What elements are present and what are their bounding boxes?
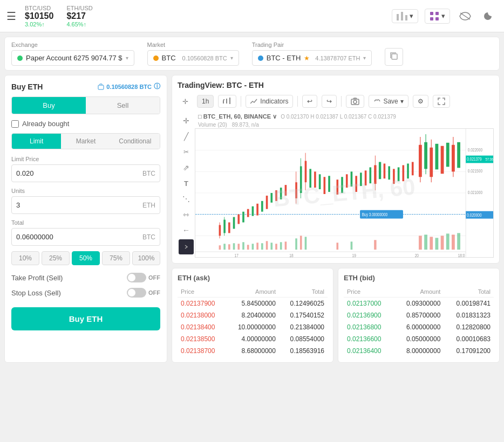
svg-rect-109 bbox=[452, 234, 455, 250]
table-row[interactable]: 0.021368006.000000000.12820800 bbox=[344, 321, 494, 333]
svg-rect-110 bbox=[457, 233, 460, 250]
market-tab[interactable]: Market bbox=[61, 134, 110, 149]
chart-pair-label: □ BTC_ETH, 60, BINANCE ∨ bbox=[198, 113, 277, 120]
svg-rect-54 bbox=[346, 174, 348, 188]
trading-pair-select-button[interactable]: BTC - ETH ★ 4.13878707 ETH ▾ bbox=[252, 50, 372, 66]
bid-title: ETH (bid) bbox=[344, 274, 494, 282]
chart-type-button[interactable] bbox=[218, 95, 236, 108]
units-input[interactable] bbox=[16, 197, 142, 213]
buy-tab[interactable]: Buy bbox=[12, 97, 86, 114]
dark-mode-icon[interactable] bbox=[480, 8, 498, 25]
svg-rect-102 bbox=[374, 240, 376, 250]
svg-text:0.021379: 0.021379 bbox=[467, 157, 481, 162]
total-input[interactable] bbox=[16, 229, 142, 245]
take-profit-pill[interactable] bbox=[127, 273, 146, 282]
units-input-wrap: ETH bbox=[11, 196, 160, 214]
svg-rect-63 bbox=[384, 163, 386, 178]
trend-line-tool[interactable]: ╱ bbox=[180, 130, 193, 143]
ask-price-cell: 0.02138500 bbox=[178, 333, 226, 345]
pct-50-button[interactable]: 50% bbox=[72, 251, 100, 265]
path-tool[interactable]: ⋱ bbox=[180, 192, 193, 205]
cursor-tool[interactable]: ✛ bbox=[180, 114, 193, 127]
svg-rect-9 bbox=[98, 85, 104, 89]
limit-price-input[interactable] bbox=[16, 165, 142, 182]
stop-loss-toggle[interactable]: OFF bbox=[127, 288, 160, 298]
trading-pair-label: Trading Pair bbox=[252, 42, 372, 48]
text-tool[interactable]: T bbox=[180, 177, 193, 190]
pct-10-button[interactable]: 10% bbox=[11, 251, 39, 265]
limit-tab[interactable]: Limit bbox=[12, 134, 61, 149]
stop-loss-pill[interactable] bbox=[127, 288, 146, 298]
copy-button[interactable] bbox=[385, 48, 403, 66]
menu-icon[interactable]: ☰ bbox=[6, 10, 16, 23]
exchange-select-button[interactable]: Paper Account 6275 9074.77 $ ▾ bbox=[11, 50, 134, 66]
table-row[interactable]: 0.021385004.000000000.08554000 bbox=[178, 333, 328, 345]
table-row[interactable]: 0.021380008.204000000.17540152 bbox=[178, 309, 328, 321]
hide-icon[interactable] bbox=[457, 8, 474, 25]
ray-tool[interactable]: ⇗ bbox=[180, 161, 193, 174]
bid-price-cell: 0.02137000 bbox=[344, 298, 394, 310]
ask-panel: ETH (ask) Price Amount Total 0.021379005… bbox=[172, 268, 333, 363]
measure-tool[interactable]: ⇿ bbox=[180, 208, 193, 221]
pct-100-button[interactable]: 100% bbox=[132, 251, 160, 265]
conditional-tab[interactable]: Conditional bbox=[111, 134, 160, 149]
settings-button[interactable]: ⚙ bbox=[413, 95, 428, 108]
ask-price-header: Price bbox=[178, 286, 226, 298]
table-row[interactable]: 0.0213840010.000000000.21384000 bbox=[178, 321, 328, 333]
table-row[interactable]: 0.021364008.000000000.17091200 bbox=[344, 345, 494, 357]
svg-text:18:0: 18:0 bbox=[458, 253, 465, 257]
indicators-button[interactable]: Indicators bbox=[246, 95, 293, 108]
table-row[interactable]: 0.021370000.093000000.00198741 bbox=[344, 298, 494, 310]
ask-total-cell: 0.21384000 bbox=[279, 321, 328, 333]
buy-sell-tabs: Buy Sell bbox=[11, 96, 160, 114]
take-profit-toggle[interactable]: OFF bbox=[127, 273, 160, 282]
trading-pair-price: 4.13878707 ETH bbox=[315, 55, 360, 61]
chart-mode-button[interactable]: ▾ bbox=[392, 9, 418, 23]
info-icon[interactable]: ⓘ bbox=[154, 82, 160, 91]
svg-rect-107 bbox=[441, 236, 444, 250]
already-bought-row: Already bought bbox=[11, 120, 160, 128]
ask-total-cell: 0.08554000 bbox=[279, 333, 328, 345]
chart-pair-info: □ BTC_ETH, 60, BINANCE ∨ O 0.021370 H 0.… bbox=[195, 112, 494, 121]
screenshot-button[interactable] bbox=[346, 95, 364, 108]
redo-button[interactable]: ↪ bbox=[322, 95, 337, 108]
save-button[interactable]: Save ▾ bbox=[369, 95, 408, 108]
svg-rect-77 bbox=[441, 146, 444, 174]
already-bought-checkbox[interactable] bbox=[11, 120, 19, 128]
svg-text:0.020000: 0.020000 bbox=[467, 212, 482, 218]
left-panel: Buy ETH 0.10560828 BTC ⓘ Buy Sell Alread… bbox=[4, 75, 167, 363]
svg-rect-8 bbox=[392, 54, 397, 59]
bid-amount-cell: 0.05000000 bbox=[394, 333, 444, 345]
market-sub: 0.10560828 BTC bbox=[182, 55, 227, 61]
market-field: Market BTC 0.10560828 BTC ▾ bbox=[147, 42, 239, 66]
crosshair-tool-2[interactable]: ✂ bbox=[180, 146, 193, 158]
market-value: BTC bbox=[162, 54, 176, 62]
buy-eth-button[interactable]: Buy ETH bbox=[11, 307, 160, 330]
sell-tab[interactable]: Sell bbox=[86, 97, 160, 114]
collapse-tool[interactable] bbox=[179, 239, 194, 254]
grid-button[interactable]: ▾ bbox=[425, 9, 450, 24]
table-row[interactable]: 0.021369000.857000000.01831323 bbox=[344, 309, 494, 321]
svg-rect-36 bbox=[266, 196, 268, 209]
timeframe-1h-button[interactable]: 1h bbox=[197, 95, 214, 108]
svg-rect-92 bbox=[266, 241, 268, 250]
ask-amount-header: Amount bbox=[226, 286, 279, 298]
table-row[interactable]: 0.021379005.845000000.12496025 bbox=[178, 298, 328, 310]
svg-text:20: 20 bbox=[415, 253, 419, 257]
market-select-button[interactable]: BTC 0.10560828 BTC ▾ bbox=[147, 50, 239, 66]
back-tool[interactable]: ← bbox=[180, 224, 193, 237]
svg-rect-97 bbox=[295, 238, 297, 250]
balance-link[interactable]: 0.10560828 BTC ⓘ bbox=[98, 82, 160, 91]
fullscreen-button[interactable] bbox=[433, 95, 450, 108]
percentage-buttons: 10% 25% 50% 75% 100% bbox=[11, 251, 160, 265]
crosshair-tool[interactable]: ✛ bbox=[178, 94, 193, 109]
pct-25-button[interactable]: 25% bbox=[42, 251, 70, 265]
pct-75-button[interactable]: 75% bbox=[102, 251, 130, 265]
table-row[interactable]: 0.021387008.680000000.18563916 bbox=[178, 345, 328, 357]
ask-price-cell: 0.02138400 bbox=[178, 321, 226, 333]
ask-total-cell: 0.12496025 bbox=[279, 298, 328, 310]
limit-price-unit: BTC bbox=[142, 170, 155, 177]
svg-rect-55 bbox=[351, 171, 353, 187]
table-row[interactable]: 0.021366000.050000000.00010683 bbox=[344, 333, 494, 345]
undo-button[interactable]: ↩ bbox=[302, 95, 317, 108]
